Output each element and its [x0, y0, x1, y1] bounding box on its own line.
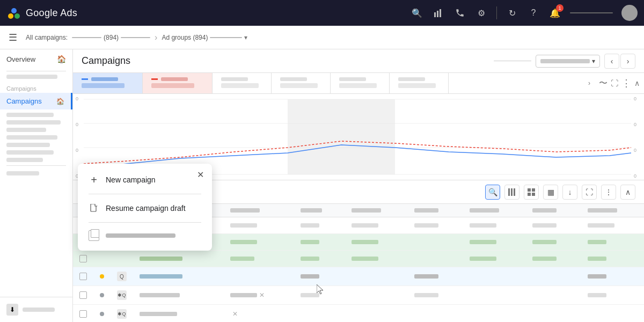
table-expand-button[interactable]: ⛶	[582, 185, 597, 200]
chart-fullscreen-icon[interactable]: ⛶	[611, 79, 618, 87]
row-checkbox[interactable]	[79, 255, 87, 262]
hamburger-menu-icon[interactable]: ☰	[9, 32, 17, 43]
row-checkbox[interactable]	[79, 273, 87, 280]
table-grid-button[interactable]	[524, 185, 539, 200]
chart-nav-icon[interactable]	[432, 6, 445, 19]
table-more-button[interactable]: ⋮	[601, 185, 616, 200]
prev-arrow-button[interactable]: ‹	[604, 54, 619, 69]
campaign-type-icon: Q	[117, 272, 127, 281]
chart-metric-3[interactable]	[213, 73, 272, 93]
campaign-type-icon-2: ✱Q	[117, 290, 127, 300]
copy-campaign-item[interactable]	[78, 225, 212, 246]
sidebar-ph-4	[6, 128, 46, 132]
table-row: ✱Q ✕	[73, 305, 644, 323]
expand-right-icon: ›	[588, 79, 590, 87]
sidebar-campaigns-group[interactable]: Campaigns	[0, 82, 72, 93]
chart-metric-4[interactable]	[272, 73, 331, 93]
th-col7[interactable]	[526, 204, 581, 217]
table-columns-button[interactable]	[504, 185, 519, 200]
campaigns-group-label: Campaigns	[6, 85, 36, 92]
svg-rect-21	[514, 188, 515, 196]
status-dot-yellow	[100, 274, 104, 279]
table-row: ✱Q ✕	[73, 286, 644, 305]
popup-divider-1	[89, 194, 201, 194]
resume-draft-label: Resume campaign draft	[106, 204, 186, 213]
cell-value-with-icon-2: ✕	[230, 310, 288, 318]
sidebar-ph-9	[6, 171, 39, 175]
help-nav-icon[interactable]: ?	[527, 6, 540, 19]
overview-label: Overview	[6, 55, 35, 63]
copy-icon	[89, 230, 99, 241]
svg-text:0: 0	[76, 122, 78, 127]
metric-red-value	[151, 83, 194, 88]
page-header: Campaigns ▾ ‹ ›	[73, 49, 644, 73]
chart-more-icon[interactable]: ⋮	[621, 77, 631, 89]
all-campaigns-label: All campaigns:	[26, 34, 68, 41]
table-bar-button[interactable]: ▦	[543, 185, 558, 200]
th-col4[interactable]	[345, 204, 408, 217]
new-campaign-popup: ✕ + New campaign Resume campaign draft	[78, 164, 212, 251]
svg-rect-19	[508, 188, 510, 196]
svg-rect-4	[437, 11, 438, 17]
app-title: Google Ads	[26, 8, 77, 19]
table-collapse-button[interactable]: ∧	[620, 185, 635, 200]
file-icon	[89, 203, 99, 214]
chart-metric-red-card[interactable]	[143, 73, 213, 93]
th-col3[interactable]	[294, 204, 345, 217]
th-col6[interactable]	[463, 204, 526, 217]
cell-name-line	[140, 274, 182, 279]
table-toolbar-right: 🔍 ▦ ↓ ⛶ ⋮ ∧	[485, 185, 635, 200]
status-dot-grey-2	[100, 312, 104, 316]
row-checkbox[interactable]	[79, 291, 87, 299]
campaign-type-icon-3: ✱Q	[117, 309, 127, 319]
search-nav-icon[interactable]: 🔍	[411, 6, 423, 19]
svg-rect-27	[95, 204, 97, 206]
cell-name-line	[140, 257, 182, 261]
user-avatar[interactable]	[621, 5, 638, 21]
row-checkbox[interactable]	[79, 310, 87, 318]
popup-divider-2	[89, 222, 201, 223]
chart-metric-blue-card[interactable]	[73, 73, 143, 93]
th-col8[interactable]	[581, 204, 644, 217]
sidebar-ph-6	[6, 143, 50, 147]
settings-nav-icon[interactable]: ⚙	[475, 6, 488, 19]
sidebar-ph-8	[6, 158, 43, 162]
new-campaign-item[interactable]: + New campaign	[78, 168, 212, 192]
dropdown-value	[540, 59, 590, 63]
adgroups-label: Ad groups (894)	[162, 34, 208, 41]
next-arrow-button[interactable]: ›	[620, 54, 635, 69]
sidebar-bottom-icon[interactable]: ⬇	[6, 304, 18, 316]
nav-divider	[496, 6, 497, 19]
breadcrumb-separator: ›	[155, 33, 157, 42]
sidebar-ph-2	[6, 113, 54, 117]
breadcrumb-adgroups-dropdown[interactable]: Ad groups (894) ▾	[162, 34, 247, 41]
campaigns-count: (894)	[104, 34, 119, 41]
sidebar-overview-item[interactable]: Overview 🏠	[0, 49, 72, 69]
table-row	[73, 251, 644, 267]
sidebar: Overview 🏠 Campaigns Campaigns 🏠 ⬇	[0, 49, 73, 322]
table-download-button[interactable]: ↓	[562, 185, 577, 200]
sidebar-placeholder-1	[6, 75, 57, 79]
metric-3-label	[221, 77, 248, 81]
chart-metric-5[interactable]	[331, 73, 390, 93]
svg-text:0: 0	[634, 173, 636, 179]
th-col2[interactable]	[224, 204, 294, 217]
notification-badge: 1	[556, 4, 564, 12]
refresh-nav-icon[interactable]: ↻	[506, 6, 518, 19]
phone-nav-icon[interactable]	[453, 6, 466, 19]
chart-collapse-icon[interactable]: ∧	[634, 79, 640, 87]
metric-red-color-indicator	[151, 78, 158, 80]
svg-rect-18	[288, 99, 395, 174]
header-dropdown[interactable]: ▾	[536, 55, 600, 68]
chart-expand-btn[interactable]: ›	[584, 73, 595, 93]
svg-point-1	[14, 13, 20, 19]
popup-close-button[interactable]: ✕	[194, 168, 207, 181]
svg-text:0: 0	[634, 122, 636, 127]
chart-metric-6[interactable]	[390, 73, 449, 93]
chart-line-icon[interactable]: 〜	[599, 78, 608, 89]
sidebar-campaigns-item[interactable]: Campaigns 🏠	[0, 93, 72, 109]
notification-nav-icon[interactable]: 🔔 1	[548, 6, 561, 19]
resume-draft-item[interactable]: Resume campaign draft	[78, 196, 212, 220]
table-search-button[interactable]: 🔍	[485, 185, 500, 200]
th-col5[interactable]	[408, 204, 463, 217]
